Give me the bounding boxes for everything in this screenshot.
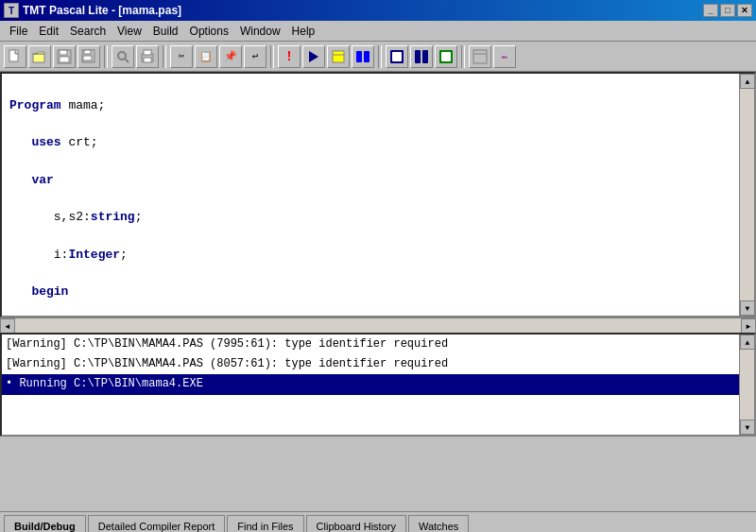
svg-rect-13 — [144, 58, 151, 62]
output-content[interactable]: [Warning] C:\TP\BIN\MAMA4.PAS (7995:61):… — [2, 335, 739, 435]
window-title: TMT Pascal Lite - [mama.pas] — [23, 4, 181, 17]
svg-rect-12 — [144, 50, 151, 55]
toolbar-cut[interactable]: ✂ — [170, 45, 193, 68]
svg-point-9 — [118, 52, 126, 60]
menu-search[interactable]: Search — [64, 21, 112, 41]
output-scroll-track[interactable] — [740, 350, 754, 420]
output-scroll-down[interactable]: ▼ — [740, 420, 755, 435]
svg-marker-14 — [309, 51, 318, 62]
toolbar: ✂ 📋 📌 ↩ ! ✏ — [0, 42, 756, 72]
svg-marker-2 — [33, 52, 44, 54]
svg-rect-5 — [60, 57, 69, 62]
toolbar-open[interactable] — [28, 45, 51, 68]
output-line-3[interactable]: • Running C:\TP\BIN\mama4.EXE — [2, 374, 739, 394]
toolbar-eraser[interactable]: ✏ — [493, 45, 516, 68]
toolbar-window[interactable] — [469, 45, 491, 68]
app-icon: T — [4, 3, 19, 18]
close-button[interactable]: ✕ — [737, 4, 752, 17]
title-bar-left: T TMT Pascal Lite - [mama.pas] — [4, 3, 181, 18]
menu-build[interactable]: Build — [147, 21, 184, 41]
tabs-bar: Build/Debug Detailed Compiler Report Fin… — [0, 511, 756, 532]
maximize-button[interactable]: □ — [720, 4, 735, 17]
svg-rect-15 — [333, 51, 344, 62]
toolbar-step[interactable] — [352, 45, 374, 68]
svg-rect-22 — [422, 50, 428, 63]
sep4 — [378, 45, 382, 68]
menu-edit[interactable]: Edit — [33, 21, 64, 41]
svg-rect-4 — [60, 50, 67, 55]
tab-clipboard-history[interactable]: Clipboard History — [306, 515, 406, 532]
menu-help[interactable]: Help — [286, 21, 321, 41]
scroll-up-button[interactable]: ▲ — [740, 74, 755, 89]
sep5 — [461, 45, 465, 68]
svg-rect-24 — [441, 52, 451, 61]
toolbar-toggle1[interactable] — [386, 45, 408, 68]
vertical-scrollbar[interactable]: ▲ ▼ — [739, 74, 754, 316]
output-scrollbar[interactable]: ▲ ▼ — [739, 335, 754, 435]
toolbar-debug[interactable] — [327, 45, 350, 68]
code-editor[interactable]: Program mama; uses crt; var s,s2:string;… — [0, 72, 756, 317]
toolbar-compile[interactable]: ! — [278, 45, 301, 68]
toolbar-run[interactable] — [302, 45, 325, 68]
svg-rect-7 — [84, 50, 91, 54]
menu-file[interactable]: File — [4, 21, 33, 41]
title-buttons[interactable]: _ □ ✕ — [703, 4, 752, 17]
svg-rect-17 — [356, 51, 362, 62]
scroll-left-button[interactable]: ◄ — [0, 318, 15, 334]
output-panel[interactable]: [Warning] C:\TP\BIN\MAMA4.PAS (7995:61):… — [0, 333, 756, 437]
scroll-track[interactable] — [740, 89, 754, 300]
svg-rect-18 — [364, 51, 369, 62]
output-line-2[interactable]: [Warning] C:\TP\BIN\MAMA4.PAS (8057:61):… — [2, 354, 739, 374]
tab-watches[interactable]: Watches — [408, 515, 469, 532]
main-container: Program mama; uses crt; var s,s2:string;… — [0, 72, 756, 511]
toolbar-paste[interactable]: 📌 — [219, 45, 242, 68]
minimize-button[interactable]: _ — [703, 4, 718, 17]
menu-bar: File Edit Search View Build Options Wind… — [0, 21, 756, 42]
svg-line-10 — [125, 59, 129, 62]
svg-rect-1 — [33, 54, 44, 62]
svg-rect-25 — [473, 50, 487, 63]
scroll-down-button[interactable]: ▼ — [740, 300, 755, 316]
toolbar-toggle2[interactable] — [410, 45, 433, 68]
tab-compiler-report[interactable]: Detailed Compiler Report — [88, 515, 226, 532]
toolbar-toggle3[interactable] — [435, 45, 457, 68]
toolbar-copy[interactable]: 📋 — [195, 45, 217, 68]
tab-build-debug[interactable]: Build/Debug — [4, 515, 86, 532]
tab-find-in-files[interactable]: Find in Files — [227, 515, 303, 532]
menu-options[interactable]: Options — [184, 21, 234, 41]
sep2 — [163, 45, 166, 68]
scroll-right-button[interactable]: ► — [741, 318, 756, 334]
menu-view[interactable]: View — [112, 21, 147, 41]
svg-rect-21 — [415, 50, 421, 63]
sep3 — [270, 45, 274, 68]
svg-rect-20 — [392, 52, 402, 61]
sep1 — [104, 45, 108, 68]
toolbar-search[interactable] — [112, 45, 134, 68]
title-bar: T TMT Pascal Lite - [mama.pas] _ □ ✕ — [0, 0, 756, 21]
code-content[interactable]: Program mama; uses crt; var s,s2:string;… — [2, 74, 739, 316]
output-scroll-up[interactable]: ▲ — [740, 335, 755, 350]
toolbar-save[interactable] — [53, 45, 76, 68]
toolbar-saveall[interactable] — [77, 45, 100, 68]
menu-window[interactable]: Window — [234, 21, 286, 41]
horizontal-scrollbar[interactable]: ◄ ► — [0, 317, 756, 333]
h-scroll-track[interactable] — [15, 318, 741, 333]
toolbar-undo[interactable]: ↩ — [244, 45, 266, 68]
toolbar-print[interactable] — [136, 45, 159, 68]
toolbar-new[interactable] — [4, 45, 26, 68]
svg-rect-8 — [83, 56, 92, 60]
output-line-1[interactable]: [Warning] C:\TP\BIN\MAMA4.PAS (7995:61):… — [2, 335, 739, 354]
